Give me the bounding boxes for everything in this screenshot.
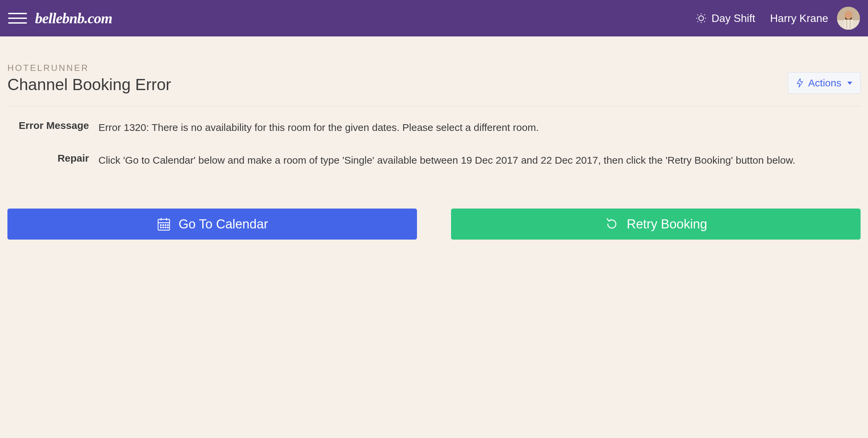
error-message-row: Error Message Error 1320: There is no av… xyxy=(7,106,861,139)
actions-label: Actions xyxy=(808,77,841,89)
lightning-icon xyxy=(796,78,804,88)
page-title: Channel Booking Error xyxy=(7,75,171,94)
actions-dropdown[interactable]: Actions xyxy=(788,72,861,94)
go-to-calendar-label: Go To Calendar xyxy=(179,217,268,231)
svg-rect-13 xyxy=(846,20,847,28)
svg-line-8 xyxy=(704,15,705,15)
menu-button[interactable] xyxy=(8,9,27,28)
page-body: HOTELRUNNER Channel Booking Error Action… xyxy=(0,36,868,253)
sun-icon xyxy=(695,12,707,24)
svg-rect-12 xyxy=(844,20,852,28)
svg-point-24 xyxy=(160,227,161,228)
button-row: Go To Calendar Retry Booking xyxy=(7,209,861,240)
svg-point-20 xyxy=(160,225,161,226)
retry-booking-button[interactable]: Retry Booking xyxy=(451,209,861,240)
page-header: HOTELRUNNER Channel Booking Error Action… xyxy=(7,63,861,106)
repair-row: Repair Click 'Go to Calendar' below and … xyxy=(7,139,861,172)
retry-icon xyxy=(604,217,619,231)
svg-point-22 xyxy=(165,225,166,226)
calendar-icon xyxy=(156,217,171,231)
user-name[interactable]: Harry Krane xyxy=(770,12,829,25)
svg-line-4 xyxy=(704,21,705,22)
error-message-label: Error Message xyxy=(7,120,98,131)
retry-booking-label: Retry Booking xyxy=(627,217,707,231)
svg-point-25 xyxy=(162,227,163,228)
repair-value: Click 'Go to Calendar' below and make a … xyxy=(98,153,861,168)
error-message-value: Error 1320: There is no availability for… xyxy=(98,120,861,136)
svg-rect-14 xyxy=(850,20,850,28)
svg-point-0 xyxy=(699,16,704,21)
avatar[interactable] xyxy=(837,7,860,30)
svg-marker-15 xyxy=(797,79,802,87)
svg-line-3 xyxy=(697,15,698,15)
brand-logo[interactable]: bellebnb.com xyxy=(35,10,112,27)
page-eyebrow: HOTELRUNNER xyxy=(7,63,171,73)
caret-down-icon xyxy=(847,82,852,85)
shift-label: Day Shift xyxy=(712,12,755,25)
top-bar: bellebnb.com Day Shift Harry Krane xyxy=(0,0,868,36)
svg-point-26 xyxy=(165,227,166,228)
go-to-calendar-button[interactable]: Go To Calendar xyxy=(7,209,417,240)
svg-line-7 xyxy=(697,21,698,22)
svg-point-27 xyxy=(167,227,168,228)
repair-label: Repair xyxy=(7,153,98,164)
shift-selector[interactable]: Day Shift xyxy=(695,12,755,25)
svg-point-23 xyxy=(167,225,168,226)
svg-point-21 xyxy=(162,225,163,226)
